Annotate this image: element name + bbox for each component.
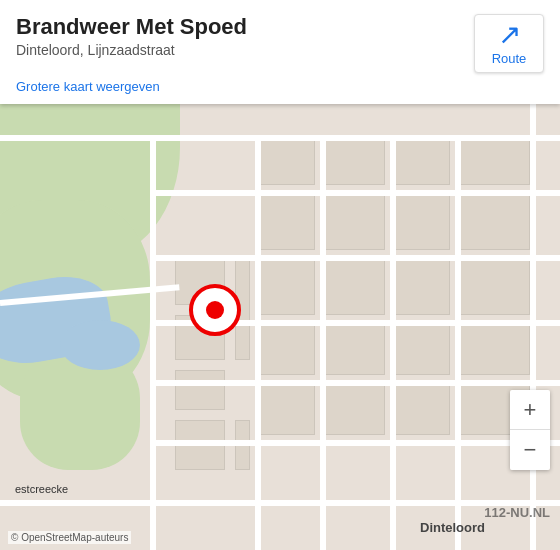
- road-h: [150, 190, 560, 196]
- road-v: [255, 135, 261, 550]
- zoom-out-button[interactable]: −: [510, 430, 550, 470]
- road-h: [0, 500, 560, 506]
- zoom-in-button[interactable]: +: [510, 390, 550, 430]
- road-v: [320, 135, 326, 550]
- city-block: [175, 370, 225, 410]
- larger-map-link[interactable]: Grotere kaart weergeven: [16, 79, 544, 94]
- city-block: [260, 260, 315, 315]
- route-label: Route: [492, 51, 527, 66]
- city-block: [325, 385, 385, 435]
- info-text: Brandweer Met Spoed Dinteloord, Lijnzaad…: [16, 14, 458, 58]
- city-block: [325, 140, 385, 185]
- info-panel: Brandweer Met Spoed Dinteloord, Lijnzaad…: [0, 0, 560, 104]
- city-block: [260, 385, 315, 435]
- map-attribution: © OpenStreetMap-auteurs: [8, 531, 131, 544]
- incident-location: Dinteloord, Lijnzaadstraat: [16, 42, 458, 58]
- city-block: [260, 140, 315, 185]
- road-v: [390, 135, 396, 550]
- park-area-bottom: [20, 350, 140, 470]
- city-block: [460, 260, 530, 315]
- city-block: [395, 195, 450, 250]
- water-pond: [60, 320, 140, 370]
- road-h: [150, 380, 560, 386]
- city-block: [325, 260, 385, 315]
- city-block: [395, 260, 450, 315]
- city-block: [395, 325, 450, 375]
- location-marker-inner: [206, 301, 224, 319]
- road-v: [150, 135, 156, 550]
- road-h: [0, 135, 560, 141]
- road-h: [150, 440, 560, 446]
- neighborhood-label: estcreecke: [15, 483, 68, 495]
- zoom-controls: + −: [510, 390, 550, 470]
- city-block: [460, 325, 530, 375]
- city-block: [460, 195, 530, 250]
- city-block: [395, 385, 450, 435]
- city-block: [260, 195, 315, 250]
- route-arrow-icon: ↗: [498, 21, 521, 49]
- location-marker: [189, 284, 241, 336]
- city-block: [325, 325, 385, 375]
- incident-title: Brandweer Met Spoed: [16, 14, 458, 40]
- city-block: [460, 140, 530, 185]
- city-block: [395, 140, 450, 185]
- road-v: [455, 135, 461, 550]
- road-h: [150, 255, 560, 261]
- info-top-row: Brandweer Met Spoed Dinteloord, Lijnzaad…: [16, 14, 544, 73]
- route-button[interactable]: ↗ Route: [474, 14, 544, 73]
- watermark: 112-NU.NL: [484, 505, 550, 520]
- city-block: [325, 195, 385, 250]
- city-label: Dinteloord: [420, 520, 485, 535]
- city-block: [260, 325, 315, 375]
